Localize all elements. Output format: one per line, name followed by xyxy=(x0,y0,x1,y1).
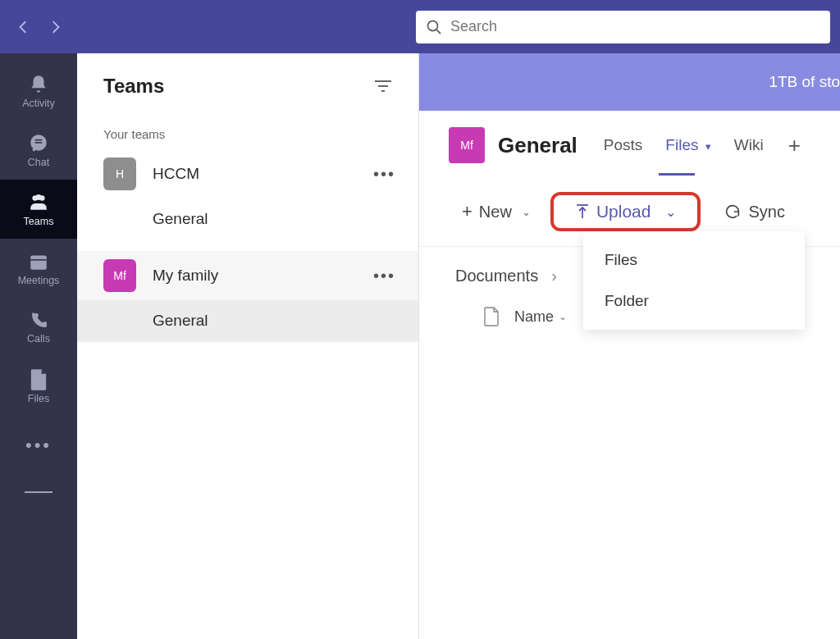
rail-item-teams[interactable]: Teams xyxy=(0,180,77,239)
rail-label: Calls xyxy=(27,333,50,345)
team-group: Mf My family ••• General xyxy=(77,251,418,343)
column-name[interactable]: Name ⌄ xyxy=(514,308,567,326)
team-more-button[interactable]: ••• xyxy=(373,267,402,285)
tab-wiki[interactable]: Wiki xyxy=(729,136,769,154)
upload-dropdown: Files Folder xyxy=(583,231,805,330)
bell-icon xyxy=(28,74,49,95)
chevron-down-icon: ▾ xyxy=(705,140,711,153)
file-toolbar: + New ⌄ Upload ⌄ Sync Files Folder xyxy=(419,176,840,247)
teams-panel: Teams Your teams H HCCM ••• General Mf M… xyxy=(77,53,419,639)
column-name-label: Name xyxy=(514,308,554,326)
svg-line-1 xyxy=(436,30,441,34)
upload-button[interactable]: Upload ⌄ xyxy=(550,192,701,231)
channel-badge: Mf xyxy=(449,127,485,163)
tab-files-label: Files xyxy=(665,136,698,153)
sync-button-label: Sync xyxy=(748,203,784,221)
upload-icon xyxy=(575,203,590,220)
dropdown-item-files[interactable]: Files xyxy=(583,240,805,281)
team-item-hccm[interactable]: H HCCM ••• xyxy=(77,149,418,199)
rail-label: Meetings xyxy=(18,275,60,286)
file-icon xyxy=(30,369,48,390)
forward-button[interactable] xyxy=(48,20,62,34)
rail-label: Chat xyxy=(28,157,49,168)
channel-header: Mf General Posts Files ▾ Wiki + xyxy=(419,111,840,173)
back-button[interactable] xyxy=(16,20,31,34)
phone-icon xyxy=(29,311,48,331)
teams-icon xyxy=(27,192,50,213)
section-label: Your teams xyxy=(77,114,418,149)
search-box[interactable] xyxy=(416,11,830,43)
rail-item-files[interactable]: Files xyxy=(0,357,77,416)
svg-point-7 xyxy=(36,194,42,200)
more-icon: ••• xyxy=(25,435,52,456)
search-input[interactable] xyxy=(450,18,820,35)
app-rail: Activity Chat Teams Meetings Calls Files… xyxy=(0,53,77,639)
rail-label: Files xyxy=(28,393,49,404)
team-badge: H xyxy=(103,157,136,190)
team-badge: Mf xyxy=(103,259,136,292)
chevron-down-icon: ⌄ xyxy=(559,311,567,322)
channel-item-general[interactable]: General xyxy=(77,199,418,240)
rail-divider xyxy=(25,491,52,493)
calendar-icon xyxy=(28,251,49,272)
team-name-label: HCCM xyxy=(153,165,357,183)
rail-item-meetings[interactable]: Meetings xyxy=(0,239,77,298)
team-group: H HCCM ••• General xyxy=(77,149,418,240)
panel-title: Teams xyxy=(103,75,164,98)
channel-item-general[interactable]: General xyxy=(77,300,418,341)
search-icon xyxy=(426,19,442,35)
title-bar xyxy=(0,0,840,53)
team-more-button[interactable]: ••• xyxy=(373,165,402,184)
team-item-myfamily[interactable]: Mf My family ••• xyxy=(77,251,418,300)
rail-item-activity[interactable]: Activity xyxy=(0,62,77,121)
chevron-right-icon: › xyxy=(551,267,557,285)
chat-icon xyxy=(28,133,49,154)
chevron-down-icon: ⌄ xyxy=(522,206,531,218)
storage-banner: 1TB of sto xyxy=(419,53,840,111)
banner-text: 1TB of sto xyxy=(769,73,840,91)
filter-icon[interactable] xyxy=(374,79,392,94)
dropdown-item-folder[interactable]: Folder xyxy=(583,281,805,322)
file-type-icon xyxy=(483,307,500,326)
new-button-label: New xyxy=(479,203,512,221)
svg-point-0 xyxy=(428,21,438,30)
rail-item-chat[interactable]: Chat xyxy=(0,121,77,180)
plus-icon: + xyxy=(462,201,472,222)
tab-files[interactable]: Files ▾ xyxy=(660,136,715,154)
breadcrumb-root[interactable]: Documents xyxy=(455,267,538,285)
add-tab-button[interactable]: + xyxy=(788,133,801,158)
new-button[interactable]: + New ⌄ xyxy=(455,196,537,227)
team-name-label: My family xyxy=(153,267,357,285)
channel-title: General xyxy=(498,133,578,158)
rail-item-more[interactable]: ••• xyxy=(0,416,77,475)
tab-posts[interactable]: Posts xyxy=(599,136,648,154)
upload-button-label: Upload xyxy=(596,202,651,221)
sync-button[interactable]: Sync xyxy=(717,198,791,226)
rail-label: Activity xyxy=(22,98,55,109)
rail-item-calls[interactable]: Calls xyxy=(0,298,77,357)
main-content: 1TB of sto Mf General Posts Files ▾ Wiki… xyxy=(419,53,840,639)
chevron-down-icon: ⌄ xyxy=(665,204,676,220)
sync-icon xyxy=(724,203,742,221)
rail-label: Teams xyxy=(24,216,54,227)
